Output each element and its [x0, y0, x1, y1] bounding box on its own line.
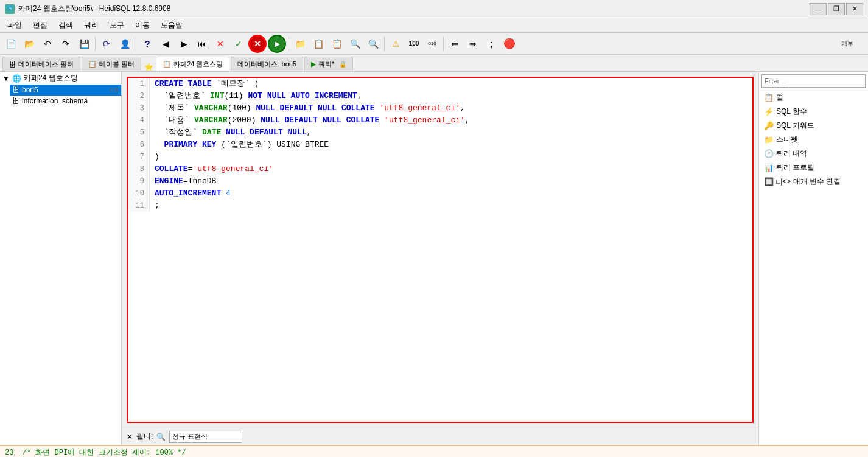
- bottom-panel: 23 /* 화면 DPI에 대한 크기조정 제어: 100% */ 24 CRE…: [0, 445, 868, 457]
- line-content-7: ): [150, 151, 159, 163]
- bit-btn[interactable]: 010: [424, 35, 441, 52]
- next-btn[interactable]: ▶: [175, 35, 192, 52]
- tab-query-close[interactable]: 🔒: [339, 61, 346, 68]
- code-line-3: 3 `제목` VARCHAR(100) NULL DEFAULT NULL CO…: [128, 102, 752, 114]
- tab-database[interactable]: 데이터베이스: bori5: [231, 57, 303, 71]
- filter-close-icon[interactable]: ✕: [127, 433, 133, 441]
- line-content-8: COLLATE='utf8_general_ci': [150, 163, 273, 175]
- open-button[interactable]: 📂: [21, 35, 38, 52]
- columns-label: 열: [776, 92, 783, 103]
- filter-input[interactable]: [169, 431, 242, 443]
- user-btn[interactable]: 👤: [116, 35, 133, 52]
- line-content-5: `작성일` DATE NULL DEFAULT NULL,: [150, 127, 312, 139]
- sidebar-item-bori5[interactable]: 🗄 bori5 0 B: [10, 85, 121, 96]
- star-btn[interactable]: ⭐: [142, 63, 155, 71]
- menu-query[interactable]: 쿼리: [79, 19, 103, 32]
- prev-btn[interactable]: ◀: [157, 35, 174, 52]
- undo-btn[interactable]: ↶: [39, 35, 56, 52]
- code-line-6: 6 PRIMARY KEY (`일련번호`) USING BTREE: [128, 139, 752, 151]
- right-item-query-profile[interactable]: 📊 쿼리 프로필: [759, 161, 868, 175]
- execute-button[interactable]: ▶: [268, 35, 286, 53]
- right-item-columns[interactable]: 📋 열: [759, 91, 868, 105]
- menu-nav[interactable]: 이동: [130, 19, 155, 32]
- right-item-sql-keywords[interactable]: 🔑 SQL 키워드: [759, 119, 868, 133]
- sidebar-item-information-schema[interactable]: 🗄 information_schema: [10, 96, 121, 106]
- code-line-10: 10 AUTO_INCREMENT=4: [128, 187, 752, 200]
- minimize-button[interactable]: —: [810, 3, 827, 15]
- arrow-left-btn[interactable]: ⇐: [446, 35, 463, 52]
- script-btn[interactable]: 📋: [310, 35, 327, 52]
- right-item-query-history[interactable]: 🕐 쿼리 내역: [759, 147, 868, 161]
- params-icon: 🔲: [764, 177, 774, 186]
- main-layout: ▼ 🌐 카페24 웹호스팅 🗄 bori5 0 B 🗄 information_…: [0, 72, 868, 445]
- find-btn[interactable]: 🔍: [346, 35, 363, 52]
- line-num-8: 8: [128, 163, 150, 175]
- line-num-4: 4: [128, 114, 150, 127]
- code-line-2: 2 `일련번호` INT(11) NOT NULL AUTO_INCREMENT…: [128, 90, 752, 102]
- code-line-8: 8 COLLATE='utf8_general_ci': [128, 163, 752, 175]
- line-content-1: CREATE TABLE `메모장` (: [150, 78, 259, 90]
- table-filter-icon: 📋: [88, 60, 97, 68]
- tab-table-filter[interactable]: 📋 테이블 필터: [82, 57, 141, 71]
- help-btn[interactable]: ?: [139, 35, 156, 52]
- refresh-btn[interactable]: ⟳: [98, 35, 115, 52]
- new-button[interactable]: 📄: [2, 35, 19, 52]
- toolbar: 📄 📂 ↶ ↷ 💾 ⟳ 👤 ? ◀ ▶ ⏮ ✕ ✓ ✕ ▶ 📁 📋 📋 🔍 🔍 …: [0, 33, 868, 55]
- content-area: 1 CREATE TABLE `메모장` ( 2 `일련번호` INT(11) …: [122, 72, 758, 445]
- save-btn[interactable]: 💾: [75, 35, 93, 52]
- right-filter-input[interactable]: [761, 74, 866, 88]
- folder-btn[interactable]: 📁: [292, 35, 309, 52]
- line-num-5: 5: [128, 127, 150, 139]
- sep2: [136, 37, 136, 51]
- cancel-highlighted-button[interactable]: ✕: [248, 35, 267, 53]
- menu-search[interactable]: 검색: [54, 19, 78, 32]
- db-icon: 🗄: [12, 86, 19, 94]
- menu-edit[interactable]: 편집: [28, 19, 52, 32]
- stop-btn[interactable]: ✕: [212, 35, 229, 52]
- right-item-snippets[interactable]: 📁 스니펫: [759, 133, 868, 147]
- filter-icon: 🔍: [156, 433, 166, 441]
- close-button[interactable]: ✕: [846, 3, 863, 15]
- line-num-2: 2: [128, 90, 150, 102]
- semicolon-btn[interactable]: ;: [483, 35, 500, 52]
- arrow-right-btn[interactable]: ⇒: [464, 35, 481, 52]
- tab-db-filter[interactable]: 🗄 데이터베이스 필터: [2, 57, 80, 71]
- db-filter-icon: 🗄: [9, 61, 16, 68]
- nav-home[interactable]: ⏮: [194, 35, 211, 52]
- sidebar-connection[interactable]: ▼ 🌐 카페24 웹호스팅: [0, 72, 121, 85]
- clipboard-btn[interactable]: 📋: [328, 35, 345, 52]
- keyboard-btn[interactable]: 기부: [829, 35, 866, 52]
- tab-connection[interactable]: 📋 카페24 웹호스팅: [156, 57, 229, 71]
- line-content-9: ENGINE=InnoDB: [150, 175, 216, 187]
- warning-btn[interactable]: ⚠: [387, 35, 404, 52]
- menu-help[interactable]: 도움말: [156, 19, 187, 32]
- menu-file[interactable]: 파일: [2, 19, 27, 32]
- tab-query[interactable]: ▶ 쿼리* 🔒: [304, 57, 353, 71]
- tab-database-label: 데이터베이스: bori5: [237, 60, 296, 69]
- restore-button[interactable]: ❐: [828, 3, 845, 15]
- sep5: [443, 37, 444, 51]
- sep3: [289, 37, 289, 51]
- stop-red-btn[interactable]: 🔴: [501, 35, 518, 52]
- filter-bar: ✕ 필터: 🔍: [122, 428, 758, 445]
- app-icon: 🐬: [5, 4, 15, 14]
- right-item-params[interactable]: 🔲 □|<> 매개 변수 연결: [759, 175, 868, 189]
- code-line-5: 5 `작성일` DATE NULL DEFAULT NULL,: [128, 127, 752, 139]
- right-item-sql-functions[interactable]: ⚡ SQL 함수: [759, 105, 868, 119]
- line-num-7: 7: [128, 151, 150, 163]
- zoom-btn[interactable]: 🔍: [365, 35, 382, 52]
- line-content-3: `제목` VARCHAR(100) NULL DEFAULT NULL COLL…: [150, 102, 465, 114]
- snippets-label: 스니펫: [776, 134, 798, 145]
- window-controls: — ❐ ✕: [810, 3, 863, 15]
- redo-btn[interactable]: ↷: [57, 35, 74, 52]
- line-num-11: 11: [128, 200, 150, 212]
- query-history-icon: 🕐: [764, 149, 774, 158]
- code-editor[interactable]: 1 CREATE TABLE `메모장` ( 2 `일련번호` INT(11) …: [127, 77, 754, 423]
- stats-btn[interactable]: 100: [405, 35, 422, 52]
- code-line-9: 9 ENGINE=InnoDB: [128, 175, 752, 187]
- check-btn[interactable]: ✓: [230, 35, 247, 52]
- connection-label: 카페24 웹호스팅: [24, 73, 78, 83]
- menu-tools[interactable]: 도구: [105, 19, 129, 32]
- sidebar-indent: 🗄 bori5 0 B 🗄 information_schema: [0, 85, 121, 106]
- sep4: [384, 37, 385, 51]
